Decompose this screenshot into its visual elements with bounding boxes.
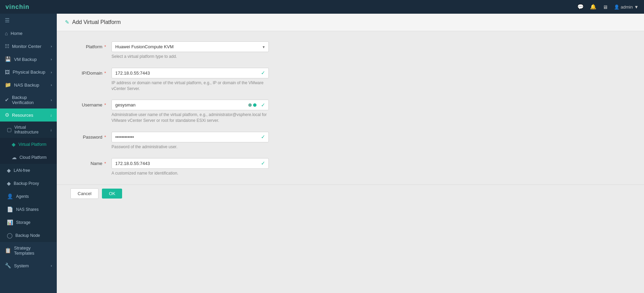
- monitor-arrow-icon: ›: [51, 44, 52, 48]
- ok-button[interactable]: OK: [102, 189, 122, 199]
- password-required: *: [103, 135, 106, 140]
- username-check-icon: ✓: [261, 102, 265, 108]
- resources-icon: ⚙: [5, 112, 9, 118]
- sidebar-resources-label: Resources: [12, 113, 33, 118]
- monitor-icon[interactable]: 🖥: [603, 4, 608, 10]
- sidebar-item-strategy-templates[interactable]: 📋 Strategy Templates: [0, 242, 57, 259]
- sidebar-item-nas-backup[interactable]: 📁 NAS Backup ›: [0, 78, 57, 91]
- ip-domain-input[interactable]: [111, 68, 269, 78]
- user-menu[interactable]: 👤 admin ▼: [614, 4, 639, 10]
- username-required: *: [103, 102, 106, 107]
- sidebar-item-nas-shares[interactable]: 📄 NAS Shares: [0, 203, 57, 216]
- ip-domain-check-icon: ✓: [261, 70, 265, 76]
- system-arrow-icon: ›: [51, 264, 52, 268]
- username-status-dots: [248, 103, 257, 107]
- page-header-icon: ✎: [65, 19, 69, 25]
- name-label: Name *: [70, 158, 111, 166]
- sidebar-item-backup-proxy[interactable]: ◆ Backup Proxy: [0, 177, 57, 190]
- sidebar-virtual-infra-label: Virtual Infrastructure: [14, 125, 48, 135]
- physical-backup-icon: 🖼: [5, 69, 10, 75]
- sidebar-item-lan-free[interactable]: ◆ LAN-free: [0, 164, 57, 177]
- ip-domain-label: IP/Domain *: [70, 68, 111, 76]
- name-input[interactable]: [111, 158, 269, 169]
- cloud-platform-icon: ☁: [12, 154, 17, 161]
- nas-backup-arrow-icon: ›: [51, 83, 52, 87]
- sidebar-item-virtual-platform[interactable]: ◆ Virtual Platform: [0, 138, 57, 151]
- sidebar-toggle[interactable]: ☰: [0, 14, 57, 27]
- sidebar-item-storage[interactable]: 📊 Storage: [0, 216, 57, 229]
- bell-icon[interactable]: 🔔: [590, 4, 596, 10]
- sidebar-nas-backup-label: NAS Backup: [14, 82, 39, 88]
- sidebar-item-home[interactable]: ⌂ Home: [0, 27, 57, 40]
- sidebar-lan-free-label: LAN-free: [14, 168, 30, 173]
- platform-row: Platform * Huawei FusionCompute KVM VMwa…: [57, 41, 644, 60]
- name-row: Name * ✓ A customized name for identific…: [57, 158, 644, 176]
- sidebar-backup-proxy-label: Backup Proxy: [14, 181, 39, 186]
- button-row: Cancel OK: [57, 185, 644, 209]
- sidebar-monitor-label: Monitor Center: [12, 44, 41, 49]
- password-row: Password * ✓ Password of the administrat…: [57, 132, 644, 150]
- password-hint: Password of the administrative user.: [111, 144, 269, 150]
- sidebar-storage-label: Storage: [16, 220, 30, 225]
- platform-content: Huawei FusionCompute KVM VMware vCenter …: [111, 41, 269, 60]
- ip-domain-input-wrapper: ✓: [111, 68, 269, 78]
- agents-icon: 👤: [7, 193, 13, 200]
- sidebar-item-vm-backup[interactable]: 💾 VM Backup ›: [0, 53, 57, 66]
- nas-shares-icon: 📄: [7, 206, 13, 213]
- sidebar-item-backup-node[interactable]: ◯ Backup Node: [0, 229, 57, 242]
- system-icon: 🔧: [5, 263, 11, 269]
- username-label: admin: [621, 4, 633, 10]
- backup-verification-arrow-icon: ›: [51, 98, 52, 102]
- platform-label: Platform *: [70, 41, 111, 49]
- sidebar-physical-backup-label: Physical Backup: [13, 69, 45, 75]
- platform-select[interactable]: Huawei FusionCompute KVM VMware vCenter …: [111, 41, 269, 52]
- main-content: ✎ Add Virtual Platform Platform * Huawei…: [57, 14, 644, 293]
- layout: ☰ ⌂ Home ☷ Monitor Center › 💾 VM Backup …: [0, 14, 644, 293]
- name-content: ✓ A customized name for identification.: [111, 158, 269, 176]
- sidebar-item-system[interactable]: 🔧 System ›: [0, 259, 57, 272]
- password-check-icon: ✓: [261, 134, 265, 140]
- platform-hint: Select a virtual platform type to add.: [111, 54, 269, 60]
- platform-required: *: [103, 44, 106, 49]
- message-icon[interactable]: 💬: [577, 4, 584, 10]
- sidebar-item-agents[interactable]: 👤 Agents: [0, 190, 57, 203]
- backup-verification-icon: ✔: [5, 97, 9, 103]
- name-hint: A customized name for identification.: [111, 170, 269, 176]
- sidebar-item-resources[interactable]: ⚙ Resources ↓: [0, 109, 57, 122]
- username-content: ✓ Administrative user name of the virtua…: [111, 100, 269, 124]
- cancel-button[interactable]: Cancel: [70, 188, 98, 199]
- sidebar-item-cloud-platform[interactable]: ☁ Cloud Platform: [0, 151, 57, 164]
- main-inner: ✎ Add Virtual Platform Platform * Huawei…: [57, 14, 644, 290]
- sidebar-item-virtual-infrastructure[interactable]: ▢ Virtual Infrastructure ↓: [0, 122, 57, 138]
- sidebar-item-monitor[interactable]: ☷ Monitor Center ›: [0, 40, 57, 53]
- vm-backup-icon: 💾: [5, 56, 11, 62]
- ip-domain-row: IP/Domain * ✓ IP address or domain name …: [57, 68, 644, 92]
- sidebar-home-label: Home: [11, 31, 23, 36]
- sidebar-item-physical-backup[interactable]: 🖼 Physical Backup ›: [0, 66, 57, 78]
- vm-backup-arrow-icon: ›: [51, 57, 52, 61]
- backup-proxy-icon: ◆: [7, 180, 11, 187]
- sidebar: ☰ ⌂ Home ☷ Monitor Center › 💾 VM Backup …: [0, 14, 57, 293]
- sidebar-strategy-templates-label: Strategy Templates: [14, 245, 52, 256]
- name-required: *: [103, 161, 106, 166]
- monitor-center-icon: ☷: [5, 43, 9, 49]
- topbar-actions: 💬 🔔 🖥 👤 admin ▼: [577, 4, 639, 10]
- virtual-infra-arrow-icon: ↓: [50, 128, 52, 132]
- sidebar-sub2-virtual-platform: ◆ Virtual Platform ☁ Cloud Platform: [0, 138, 57, 164]
- username-input[interactable]: [111, 100, 269, 110]
- sidebar-system-label: System: [14, 263, 29, 268]
- sidebar-sub-agents: 👤 Agents 📄 NAS Shares 📊 Storage ◯ Backup…: [0, 190, 57, 242]
- page-header: ✎ Add Virtual Platform: [57, 14, 644, 31]
- strategy-templates-icon: 📋: [5, 247, 11, 254]
- password-input[interactable]: [111, 132, 269, 142]
- virtual-infra-icon: ▢: [7, 127, 12, 133]
- sidebar-sub-virtual-infra: ▢ Virtual Infrastructure ↓ ◆ Virtual Pla…: [0, 122, 57, 190]
- nas-backup-icon: 📁: [5, 82, 11, 88]
- platform-select-wrapper: Huawei FusionCompute KVM VMware vCenter …: [111, 41, 269, 52]
- dot-teal-icon: [253, 103, 257, 107]
- virtual-platform-icon: ◆: [12, 141, 16, 148]
- physical-backup-arrow-icon: ›: [51, 70, 52, 74]
- sidebar-item-backup-verification[interactable]: ✔ Backup Verification ›: [0, 91, 57, 109]
- user-arrow-icon: ▼: [634, 4, 639, 10]
- dot-gray-icon: [248, 103, 252, 107]
